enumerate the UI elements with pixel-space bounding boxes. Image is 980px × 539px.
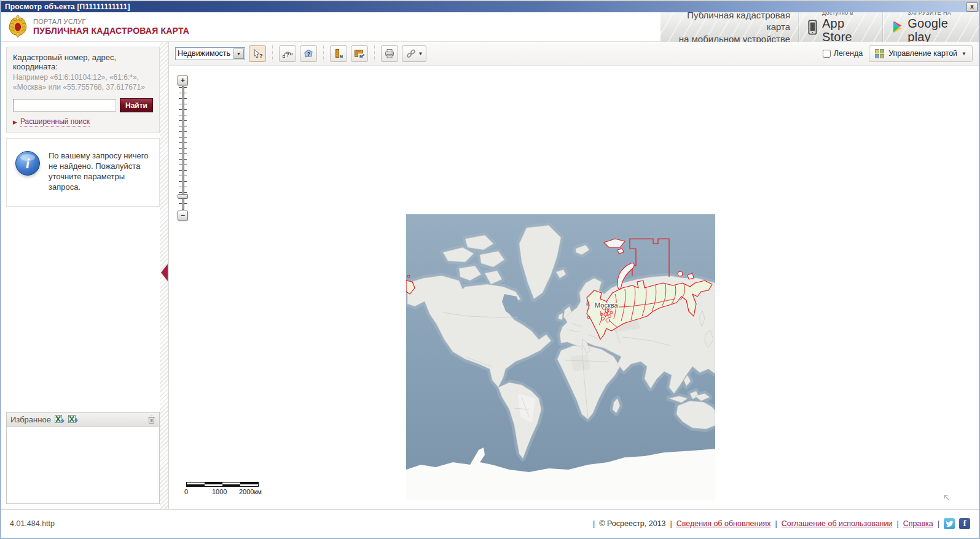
search-label: Кадастровый номер, адрес, координата:: [13, 53, 153, 71]
advanced-search-link[interactable]: Расширенный поиск: [20, 117, 90, 126]
ruler-length-icon: м: [333, 48, 344, 59]
coat-of-arms-logo: [7, 14, 28, 39]
zoom-slider-handle[interactable]: [178, 194, 188, 199]
scale-label-end: 2000км: [239, 488, 262, 495]
footer: 4.01.484.http | © Росреестр, 2013 | Свед…: [1, 509, 979, 538]
legend-label: Легенда: [834, 49, 863, 58]
updates-link[interactable]: Сведения об обновлениях: [676, 519, 771, 528]
tool-measure-length-button[interactable]: м: [330, 45, 347, 62]
polygon-identify-icon: ?: [303, 48, 314, 59]
app-window: Просмотр объекта [П11111111111] x ПОРТАЛ…: [0, 0, 980, 539]
mobile-banner-text: Публичная кадастровая карта на мобильном…: [661, 12, 799, 42]
separator: |: [938, 519, 939, 528]
map-toolbar: Недвижимость ▼ ? ?: [169, 42, 979, 66]
toolbar-separator: [272, 45, 273, 61]
layers-grid-icon: [875, 49, 884, 58]
search-result-message-panel: i По вашему запросу ничего не найдено. П…: [6, 138, 160, 207]
tool-share-link-button[interactable]: ▼: [402, 45, 426, 62]
map-panel: Недвижимость ▼ ? ?: [169, 42, 979, 509]
phone-icon: [808, 19, 817, 36]
polyline-identify-icon: ?: [282, 48, 293, 59]
footer-links: | © Росреестр, 2013 | Сведения об обновл…: [593, 518, 970, 529]
scale-label-start: 0: [184, 488, 188, 495]
cursor-identify-icon: ?: [252, 48, 263, 59]
help-link[interactable]: Справка: [903, 519, 933, 528]
legend-toggle[interactable]: Легенда: [823, 49, 863, 58]
zoom-slider-track[interactable]: [177, 86, 189, 210]
ruler-area-icon: м²: [354, 48, 366, 59]
separator: |: [670, 519, 672, 528]
tool-measure-area-button[interactable]: м²: [351, 45, 368, 62]
window-title: Просмотр объекта [П11111111111]: [5, 2, 966, 11]
favorites-title: Избранное: [10, 415, 51, 424]
twitter-icon: [946, 521, 954, 527]
map-manage-dropdown-icon: ▼: [962, 51, 966, 56]
layer-select[interactable]: Недвижимость ▼: [175, 47, 245, 60]
copyright-label: © Росреестр, 2013: [599, 519, 665, 528]
separator: |: [593, 519, 595, 528]
zoom-slider-rail: [182, 86, 184, 210]
facebook-button[interactable]: f: [959, 518, 970, 529]
sidebar-collapse-strip[interactable]: [160, 42, 169, 509]
export-favorites-icon[interactable]: [55, 415, 65, 424]
collapse-sidebar-arrow-icon[interactable]: [161, 264, 168, 281]
tool-identify-point-button[interactable]: ?: [249, 45, 266, 62]
scalebar-graphic: [186, 482, 259, 487]
link-icon: [406, 48, 417, 59]
separator: |: [775, 519, 777, 528]
tool-identify-polygon-button[interactable]: ?: [300, 45, 317, 62]
search-panel: Кадастровый номер, адрес, координата: На…: [6, 47, 160, 133]
twitter-button[interactable]: [944, 518, 955, 529]
layer-select-value: Недвижимость: [176, 49, 233, 58]
advanced-search-arrow-icon: ▶: [13, 119, 17, 125]
search-hint-line1: Например «61:6:10104:12», «61:6:*»,: [13, 72, 153, 82]
map-manage-button[interactable]: Управление картой ▼: [869, 45, 973, 62]
import-favorites-icon[interactable]: [68, 415, 78, 424]
print-icon: [384, 48, 395, 59]
zoom-control: + −: [177, 76, 189, 220]
map-manage-label: Управление картой: [888, 49, 957, 58]
separator: |: [896, 519, 898, 528]
window-close-button[interactable]: x: [966, 2, 978, 12]
layer-select-dropdown-icon[interactable]: ▼: [233, 48, 244, 59]
svg-text:м: м: [340, 53, 343, 58]
zoom-out-button[interactable]: −: [178, 211, 188, 220]
tool-identify-line-button[interactable]: ?: [279, 45, 296, 62]
zoom-in-button[interactable]: +: [178, 76, 188, 85]
svg-text:м²: м²: [359, 53, 365, 59]
window-titlebar: Просмотр объекта [П11111111111] x: [1, 1, 979, 12]
svg-text:?: ?: [307, 50, 310, 56]
sidebar: Кадастровый номер, адрес, координата: На…: [1, 42, 160, 509]
svg-text:?: ?: [286, 51, 289, 57]
content-row: Кадастровый номер, адрес, координата: На…: [1, 42, 979, 509]
favorites-header: Избранное: [7, 413, 159, 427]
map-scalebar: 0 1000 2000км: [186, 482, 266, 497]
search-input[interactable]: [13, 99, 116, 112]
terms-link[interactable]: Соглашение об использовании: [782, 519, 893, 528]
mobile-banner: Публичная кадастровая карта на мобильном…: [661, 12, 979, 42]
brand-block: ПОРТАЛ УСЛУГ ПУБЛИЧНАЯ КАДАСТРОВАЯ КАРТА: [7, 14, 189, 39]
toolbar-separator: [323, 45, 324, 61]
app-header: ПОРТАЛ УСЛУГ ПУБЛИЧНАЯ КАДАСТРОВАЯ КАРТА…: [1, 12, 979, 42]
map-viewport[interactable]: Москва + −: [169, 66, 979, 509]
fullscreen-resize-icon[interactable]: [942, 493, 951, 502]
googleplay-icon: [892, 20, 903, 34]
appstore-badge[interactable]: Доступно в App Store: [799, 12, 883, 42]
toolbar-separator: [374, 45, 375, 61]
no-results-message: По вашему запросу ничего не найдено. Пож…: [49, 151, 152, 193]
googleplay-badge[interactable]: ЗАГРУЗИТЕ НА Google play: [883, 12, 979, 42]
delete-favorites-icon[interactable]: [147, 415, 155, 424]
page-title: ПУБЛИЧНАЯ КАДАСТРОВАЯ КАРТА: [33, 26, 189, 36]
tool-print-button[interactable]: [381, 45, 398, 62]
city-label-moscow: Москва: [595, 301, 618, 309]
favorites-panel: Избранное: [6, 412, 160, 504]
portal-label: ПОРТАЛ УСЛУГ: [33, 18, 189, 25]
svg-text:?: ?: [259, 53, 263, 59]
share-link-dropdown-icon[interactable]: ▼: [418, 51, 423, 56]
map-canvas[interactable]: Москва: [406, 214, 715, 500]
scale-label-mid: 1000: [212, 488, 227, 495]
version-label: 4.01.484.http: [10, 519, 55, 528]
info-icon: i: [15, 151, 40, 176]
find-button[interactable]: Найти: [120, 98, 153, 112]
legend-checkbox[interactable]: [823, 50, 831, 58]
